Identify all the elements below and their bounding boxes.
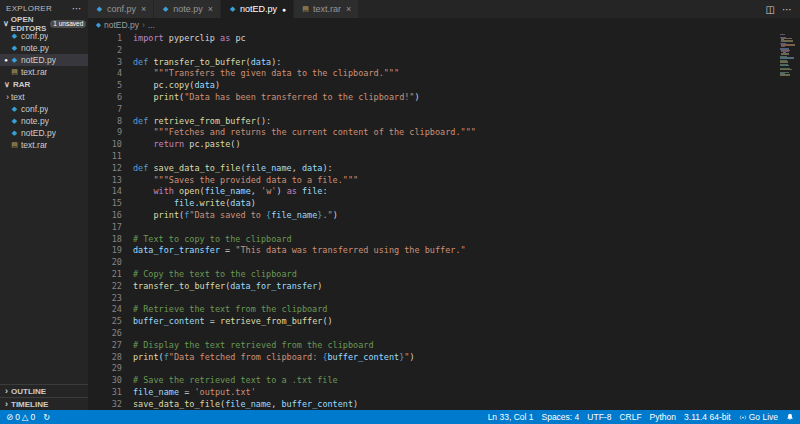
line-number[interactable]: 20 — [88, 257, 122, 269]
dirty-indicator[interactable]: ● — [282, 6, 286, 13]
breadcrumb-file[interactable]: notED.py — [104, 20, 139, 30]
line-content[interactable]: # Display the text retrieved from the cl… — [133, 340, 374, 352]
line-number[interactable]: 24 — [88, 304, 122, 316]
open-editor-item[interactable]: ◆conf.py — [0, 30, 88, 42]
line-number[interactable]: 5 — [88, 80, 122, 92]
line-number[interactable]: 3 — [88, 57, 122, 69]
line-content[interactable]: # Retrieve the text from the clipboard — [133, 304, 327, 316]
breadcrumb-more[interactable]: ... — [148, 20, 155, 30]
notifications-bell[interactable] — [782, 410, 798, 424]
file-item[interactable]: ◆notED.py — [0, 127, 88, 139]
open-editors-header[interactable]: ∨ OPEN EDITORS 1 unsaved — [0, 17, 88, 30]
line-content[interactable]: # Copy the text to the clipboard — [133, 269, 297, 281]
line-number[interactable]: 25 — [88, 316, 122, 328]
line-number[interactable]: 4 — [88, 68, 122, 80]
file-name: note.py — [21, 43, 49, 53]
tab-note.py[interactable]: ◆note.py× — [154, 0, 221, 18]
line-number[interactable]: 21 — [88, 269, 122, 281]
tab-conf.py[interactable]: ◆conf.py× — [88, 0, 154, 18]
code-editor[interactable]: 1import pyperclip as pc23def transfer_to… — [88, 31, 800, 410]
eol-status[interactable]: CRLF — [615, 410, 645, 424]
line-number[interactable]: 12 — [88, 163, 122, 175]
sync-status[interactable]: ↻ — [39, 410, 54, 424]
line-content[interactable]: data_for_transfer = "This data was trans… — [133, 245, 466, 257]
line-number[interactable]: 14 — [88, 186, 122, 198]
more-actions-icon[interactable]: ⋯ — [782, 4, 792, 15]
line-number[interactable]: 15 — [88, 198, 122, 210]
line-number[interactable]: 17 — [88, 222, 122, 234]
line-content[interactable]: def transfer_to_buffer(data): — [133, 57, 281, 69]
folder-section-header[interactable]: ∨ RAR — [0, 78, 88, 91]
line-content[interactable]: # Save the retrieved text to a .txt file — [133, 375, 338, 387]
split-editor-icon[interactable]: ◫ — [766, 4, 775, 15]
open-editor-item[interactable]: ●◆notED.py — [0, 54, 88, 66]
close-icon[interactable]: × — [208, 4, 213, 14]
line-content[interactable]: print(f"Data fetched from clipboard: {bu… — [133, 352, 415, 364]
code-line: 12def save_data_to_file(file_name, data)… — [88, 163, 800, 175]
line-number[interactable]: 7 — [88, 104, 122, 116]
line-number[interactable]: 29 — [88, 363, 122, 375]
editor-actions: ◫ ⋯ — [758, 0, 800, 18]
explorer-actions-icon[interactable]: ⋯ — [72, 3, 82, 14]
folder-item[interactable]: ›text — [0, 91, 88, 103]
line-number[interactable]: 19 — [88, 245, 122, 257]
line-number[interactable]: 18 — [88, 234, 122, 246]
line-content[interactable]: return pc.paste() — [133, 139, 241, 151]
language-mode[interactable]: Python — [646, 410, 680, 424]
line-content[interactable]: print("Data has been transferred to the … — [133, 92, 420, 104]
line-content[interactable]: def save_data_to_file(file_name, data): — [133, 163, 333, 175]
sidebar-section-outline[interactable]: ›OUTLINE — [0, 384, 88, 397]
line-content[interactable]: pc.copy(data) — [133, 80, 220, 92]
file-item[interactable]: ▤text.rar — [0, 139, 88, 151]
cursor-position[interactable]: Ln 33, Col 1 — [484, 410, 538, 424]
tab-text.rar[interactable]: ▤text.rar× — [294, 0, 359, 18]
line-content[interactable]: # Text to copy to the clipboard — [133, 234, 292, 246]
open-editor-item[interactable]: ▤text.rar — [0, 66, 88, 78]
line-number[interactable]: 8 — [88, 116, 122, 128]
line-content[interactable]: """Fetches and returns the current conte… — [133, 127, 476, 139]
line-number[interactable]: 6 — [88, 92, 122, 104]
line-number[interactable]: 9 — [88, 127, 122, 139]
line-content[interactable]: """Transfers the given data to the clipb… — [133, 68, 399, 80]
sidebar-section-timeline[interactable]: ›TIMELINE — [0, 397, 88, 410]
line-number[interactable]: 11 — [88, 151, 122, 163]
encoding-status[interactable]: UTF-8 — [583, 410, 615, 424]
go-live-button[interactable]: Go Live — [735, 410, 782, 424]
line-number[interactable]: 32 — [88, 399, 122, 410]
minimap[interactable] — [780, 34, 796, 76]
archive-icon: ▤ — [10, 141, 19, 149]
line-content[interactable]: buffer_content = retrieve_from_buffer() — [133, 316, 333, 328]
line-number[interactable]: 26 — [88, 328, 122, 340]
line-content[interactable]: import pyperclip as pc — [133, 33, 246, 45]
line-content[interactable]: file.write(data) — [133, 198, 256, 210]
line-number[interactable]: 28 — [88, 352, 122, 364]
editor-group: ◆conf.py×◆note.py×◆notED.py●▤text.rar× ◫… — [88, 0, 800, 410]
line-number[interactable]: 13 — [88, 175, 122, 187]
line-number[interactable]: 27 — [88, 340, 122, 352]
line-number[interactable]: 2 — [88, 45, 122, 57]
line-content[interactable]: save_data_to_file(file_name, buffer_cont… — [133, 399, 358, 410]
code-line: 1import pyperclip as pc — [88, 33, 800, 45]
line-number[interactable]: 16 — [88, 210, 122, 222]
close-icon[interactable]: × — [346, 4, 351, 14]
line-content[interactable]: """Saves the provided data to a file.""" — [133, 175, 358, 187]
line-number[interactable]: 1 — [88, 33, 122, 45]
indentation-status[interactable]: Spaces: 4 — [537, 410, 583, 424]
line-content[interactable]: with open(file_name, 'w') as file: — [133, 186, 328, 198]
line-content[interactable]: file_name = 'output.txt' — [133, 387, 256, 399]
file-item[interactable]: ◆note.py — [0, 115, 88, 127]
line-number[interactable]: 30 — [88, 375, 122, 387]
line-number[interactable]: 31 — [88, 387, 122, 399]
tab-notED.py[interactable]: ◆notED.py● — [221, 0, 294, 18]
line-content[interactable]: print(f"Data saved to {file_name}.") — [133, 210, 338, 222]
line-content[interactable]: transfer_to_buffer(data_for_transfer) — [133, 281, 322, 293]
problems-status[interactable]: ⊘ 0 △ 0 — [2, 410, 39, 424]
open-editor-item[interactable]: ◆note.py — [0, 42, 88, 54]
file-item[interactable]: ◆conf.py — [0, 103, 88, 115]
line-content[interactable]: def retrieve_from_buffer(): — [133, 116, 271, 128]
python-interpreter[interactable]: 3.11.4 64-bit — [680, 410, 735, 424]
close-icon[interactable]: × — [141, 4, 146, 14]
line-number[interactable]: 10 — [88, 139, 122, 151]
line-number[interactable]: 23 — [88, 293, 122, 305]
line-number[interactable]: 22 — [88, 281, 122, 293]
